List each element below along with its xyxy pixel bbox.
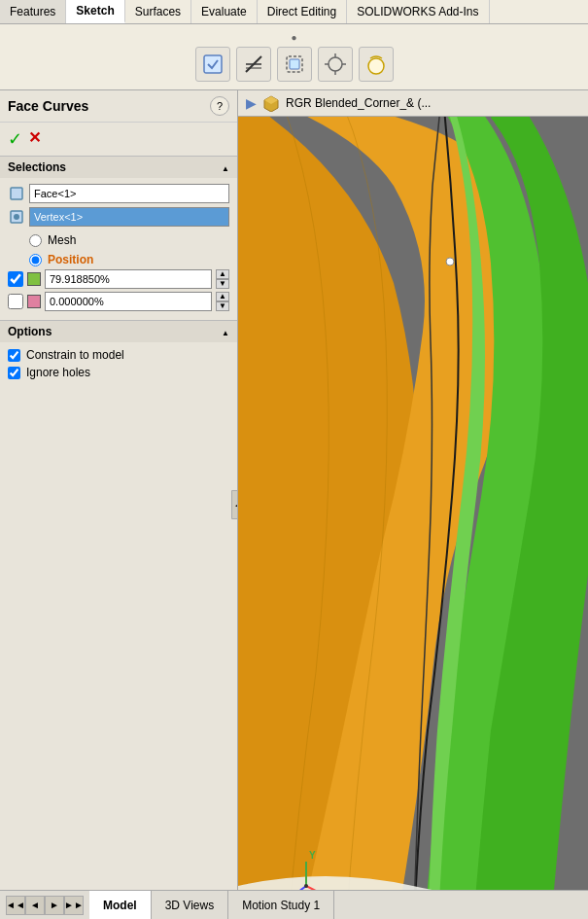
selections-section-header[interactable]: Selections: [0, 157, 237, 178]
face-selection-row: [8, 184, 229, 203]
value1-input[interactable]: [45, 269, 212, 289]
options-label: Options: [8, 325, 52, 338]
nav-left-button[interactable]: ◄: [25, 896, 45, 915]
vertex-selection-icon: [8, 208, 25, 226]
toolbar-icon-sketch-select[interactable]: [195, 47, 230, 82]
panel-header: Face Curves ?: [0, 90, 237, 123]
ignore-holes-label: Ignore holes: [26, 366, 90, 379]
menu-tab-direct-editing[interactable]: Direct Editing: [258, 0, 347, 23]
position-radio[interactable]: [29, 254, 42, 266]
ignore-holes-option-row: Ignore holes: [8, 366, 229, 379]
selections-content: Mesh Position ▲ ▼: [0, 178, 237, 320]
svg-rect-0: [204, 55, 222, 73]
tree-expand-icon[interactable]: ▶: [246, 95, 257, 111]
model-icon: [262, 94, 280, 112]
value2-spin-down[interactable]: ▼: [216, 301, 229, 311]
svg-point-11: [368, 58, 384, 74]
toolbar: ●: [0, 24, 588, 90]
toolbar-icon-sketch-point[interactable]: [318, 47, 353, 82]
value1-checkbox[interactable]: [8, 271, 23, 287]
svg-point-6: [329, 57, 342, 71]
model-tree-label: RGR Blended_Corner_& (...: [286, 96, 431, 110]
mesh-radio[interactable]: [29, 234, 42, 247]
svg-point-14: [14, 214, 19, 220]
menu-tab-evaluate[interactable]: Evaluate: [191, 0, 258, 23]
constrain-checkbox[interactable]: [8, 349, 20, 362]
menu-bar: Features Sketch Surfaces Evaluate Direct…: [0, 0, 588, 24]
svg-point-16: [446, 258, 454, 265]
selections-label: Selections: [8, 160, 66, 174]
toolbar-icon-sketch-convert[interactable]: [277, 47, 312, 82]
3d-scene[interactable]: Z X Y: [238, 117, 588, 890]
value2-spinner[interactable]: ▲ ▼: [216, 292, 229, 311]
panel-collapse-handle[interactable]: ◄: [231, 490, 238, 519]
selections-section: Selections: [0, 156, 237, 320]
mesh-label: Mesh: [48, 233, 76, 247]
toolbar-dot: ●: [291, 32, 296, 43]
bottom-tabs: Model 3D Views Motion Study 1: [89, 891, 334, 920]
menu-tab-solidworks-addins[interactable]: SOLIDWORKS Add-Ins: [347, 0, 489, 23]
menu-tab-features[interactable]: Features: [0, 0, 66, 23]
value1-spin-down[interactable]: ▼: [216, 279, 229, 289]
toolbar-icon-sketch-circle[interactable]: [359, 47, 394, 82]
options-section: Options Constrain to model Ignore holes: [0, 320, 237, 389]
value2-input[interactable]: [45, 292, 212, 311]
value2-color-indicator: [27, 295, 41, 308]
svg-text:Y: Y: [309, 850, 316, 861]
value1-color-indicator: [27, 272, 41, 286]
value2-checkbox[interactable]: [8, 294, 23, 309]
nav-buttons: ◄◄ ◄ ► ►►: [0, 896, 89, 915]
options-section-header[interactable]: Options: [0, 321, 237, 342]
svg-rect-5: [290, 59, 299, 69]
face-selection-input[interactable]: [29, 184, 229, 203]
value1-row: ▲ ▼: [8, 269, 229, 289]
value1-spinner[interactable]: ▲ ▼: [216, 269, 229, 289]
accept-button[interactable]: ✓: [8, 128, 22, 150]
svg-point-23: [304, 884, 308, 888]
constrain-label: Constrain to model: [26, 348, 124, 362]
vertex-selection-input[interactable]: [29, 207, 229, 227]
position-radio-row: Position: [8, 250, 229, 269]
options-content: Constrain to model Ignore holes: [0, 342, 237, 389]
bottom-bar: ◄◄ ◄ ► ►► Model 3D Views Motion Study 1: [0, 890, 588, 919]
options-collapse-icon: [222, 325, 229, 338]
tab-motion-study[interactable]: Motion Study 1: [228, 891, 334, 920]
value2-row: ▲ ▼: [8, 292, 229, 311]
value2-spin-up[interactable]: ▲: [216, 292, 229, 301]
menu-tab-sketch[interactable]: Sketch: [66, 0, 124, 23]
nav-right-button[interactable]: ►: [45, 896, 64, 915]
constrain-option-row: Constrain to model: [8, 348, 229, 362]
svg-rect-12: [11, 188, 22, 199]
panel-help-button[interactable]: ?: [210, 96, 229, 116]
model-tree-header: ▶ RGR Blended_Corner_& (...: [238, 90, 588, 117]
main-layout: Face Curves ? ✓ ✕ Selections: [0, 90, 588, 890]
nav-last-button[interactable]: ►►: [64, 896, 84, 915]
mesh-radio-row: Mesh: [8, 230, 229, 250]
toolbar-icon-sketch-lines[interactable]: [236, 47, 271, 82]
nav-first-button[interactable]: ◄◄: [6, 896, 25, 915]
position-label: Position: [48, 253, 93, 266]
action-row: ✓ ✕: [0, 123, 237, 156]
left-panel: Face Curves ? ✓ ✕ Selections: [0, 90, 238, 890]
vertex-selection-row: [8, 207, 229, 227]
panel-title: Face Curves: [8, 98, 88, 114]
value1-spin-up[interactable]: ▲: [216, 269, 229, 279]
ignore-holes-checkbox[interactable]: [8, 367, 20, 379]
tab-model[interactable]: Model: [89, 891, 152, 920]
scene-svg: Z X Y: [238, 117, 588, 890]
menu-tab-surfaces[interactable]: Surfaces: [125, 0, 191, 23]
cancel-button[interactable]: ✕: [28, 128, 41, 150]
viewport: ▶ RGR Blended_Corner_& (...: [238, 90, 588, 890]
face-selection-icon: [8, 185, 25, 202]
tab-3d-views[interactable]: 3D Views: [152, 891, 228, 920]
selections-collapse-icon: [222, 160, 229, 174]
